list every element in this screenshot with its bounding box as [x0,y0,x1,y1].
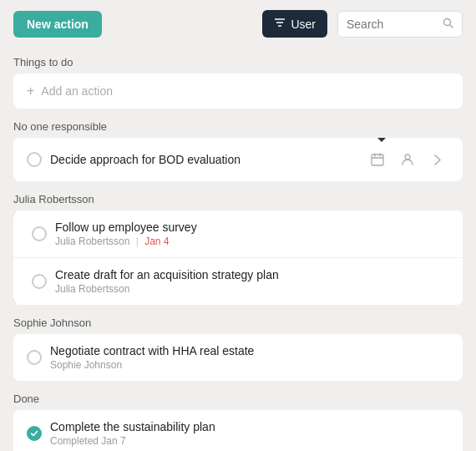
table-row: Decide approach for BOD evaluation [13,138,463,181]
sophie-group-card: Negotiate contract with HHA real estate … [13,334,463,381]
check-icon [30,429,38,438]
action-title: Complete the sustainability plan [50,420,449,433]
radio-circle[interactable] [32,274,47,289]
header: New action User [0,0,476,48]
action-title: Negotiate contract with HHA real estate [50,344,449,357]
svg-line-4 [450,24,453,27]
julia-section: Julia Robertsson Follow up employee surv… [13,193,463,305]
plus-icon: + [27,84,34,99]
new-action-button[interactable]: New action [13,11,102,38]
search-box[interactable] [337,11,463,38]
radio-circle[interactable] [27,350,42,365]
radio-circle-done[interactable] [27,426,42,441]
no-one-responsible-label: No one responsible [13,120,463,133]
no-one-responsible-section: No one responsible Decide approach for B… [13,120,463,181]
calendar-icon [371,153,384,166]
action-icons: Assign responsible [366,148,449,171]
content: Things to do + Add an action No one resp… [0,56,476,451]
calendar-button[interactable] [366,148,389,171]
add-action-card[interactable]: + Add an action [13,73,463,109]
action-text: Negotiate contract with HHA real estate … [50,344,449,371]
person-icon [401,153,414,166]
sophie-section-label: Sophie Johnson [13,317,463,329]
sophie-section: Sophie Johnson Negotiate contract with H… [13,317,463,381]
table-row: Complete the sustainability plan Complet… [13,410,463,451]
action-text: Follow up employee survey Julia Robertss… [55,220,449,247]
table-row: Create draft for an acquisition strategy… [13,258,463,305]
done-card: Complete the sustainability plan Complet… [13,410,463,451]
due-date-label: Jan 4 [144,236,169,247]
assignee-label: Julia Robertsson [55,236,129,247]
user-button-label: User [291,18,316,31]
action-title: Follow up employee survey [55,220,449,234]
table-row: Follow up employee survey Julia Robertss… [13,210,463,258]
assignee-label: Julia Robertsson [55,283,129,295]
filter-icon [274,17,286,31]
svg-point-9 [405,155,410,160]
assignee-label: Sophie Johnson [50,359,122,371]
action-title: Create draft for an acquisition strategy… [55,268,449,281]
action-meta: Julia Robertsson [55,283,449,295]
action-text: Decide approach for BOD evaluation [50,153,357,166]
julia-section-label: Julia Robertsson [13,193,463,205]
done-section: Done Complete the sustainability plan Co… [13,393,463,451]
svg-rect-5 [372,155,383,165]
radio-circle[interactable] [32,226,47,241]
table-row: Negotiate contract with HHA real estate … [13,334,463,381]
things-to-do-label: Things to do [13,56,463,68]
user-filter-button[interactable]: User [262,10,327,38]
action-meta: Julia Robertsson | Jan 4 [55,236,449,247]
action-text: Create draft for an acquisition strategy… [55,268,449,295]
assign-responsible-button[interactable]: Assign responsible [396,148,419,171]
search-input[interactable] [347,18,438,31]
add-action-row[interactable]: + Add an action [13,73,463,109]
action-title: Decide approach for BOD evaluation [50,153,357,166]
chevron-right-button[interactable] [426,148,449,171]
add-action-label: Add an action [41,84,113,98]
no-responsible-card: Decide approach for BOD evaluation [13,138,463,181]
done-meta: Completed Jan 7 [50,435,449,447]
separator: | [136,236,141,247]
search-icon [443,18,453,31]
done-label: Done [13,393,463,405]
chevron-right-icon [434,155,441,165]
action-text: Complete the sustainability plan Complet… [50,420,449,447]
julia-group-card: Follow up employee survey Julia Robertss… [13,210,463,305]
action-meta: Sophie Johnson [50,359,449,371]
radio-circle[interactable] [27,152,42,167]
